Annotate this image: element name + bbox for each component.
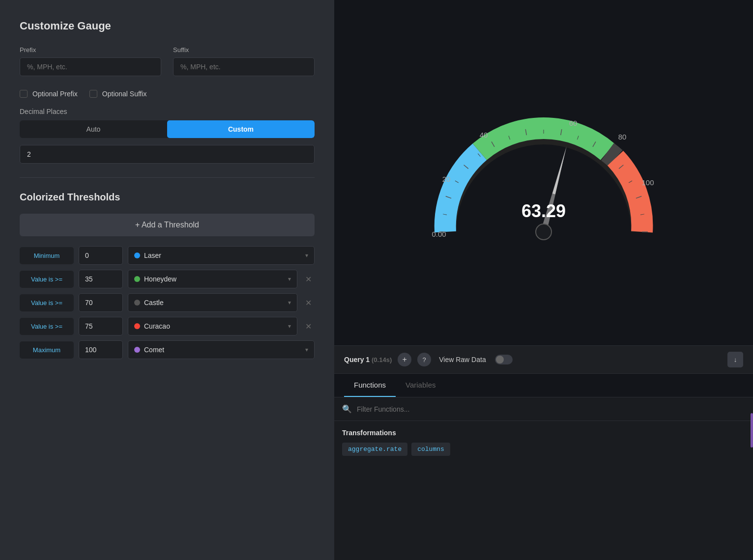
optional-suffix-checkbox[interactable] <box>89 90 97 98</box>
optional-prefix-checkbox[interactable] <box>20 90 28 98</box>
view-raw-toggle[interactable] <box>495 355 513 364</box>
suffix-group: Suffix <box>173 46 315 76</box>
suffix-input[interactable] <box>173 57 315 76</box>
threshold-row: Value is >= Honeydew ▾ ✕ <box>20 270 315 288</box>
svg-text:80: 80 <box>618 133 627 141</box>
threshold-row-label: Value is >= <box>20 271 74 288</box>
remove-threshold-button[interactable]: ✕ <box>302 319 315 334</box>
function-tag[interactable]: columns <box>411 443 450 456</box>
svg-text:40: 40 <box>480 131 488 139</box>
panel-title: Customize Gauge <box>20 20 315 32</box>
color-select[interactable]: Comet ▾ <box>128 340 315 359</box>
threshold-value-input[interactable] <box>79 270 123 288</box>
decimal-section: Decimal Places Auto Custom <box>20 108 315 164</box>
chevron-down-icon: ▾ <box>305 252 308 259</box>
color-dot <box>134 300 140 306</box>
functions-panel: Functions Variables 🔍 Transformations ag… <box>334 373 753 560</box>
gauge-container: 0.00 20 40 60 80 100 63.29 <box>416 94 671 252</box>
chevron-down-icon: ▾ <box>305 346 308 353</box>
threshold-row: Value is >= Castle ▾ ✕ <box>20 293 315 312</box>
threshold-value-input[interactable] <box>79 317 123 336</box>
remove-threshold-button[interactable]: ✕ <box>302 272 315 287</box>
right-panel: 0.00 20 40 60 80 100 63.29 Quer <box>334 0 753 560</box>
prefix-group: Prefix <box>20 46 161 76</box>
divider <box>20 177 315 178</box>
threshold-rows: Minimum Laser ▾ Value is >= Honeydew ▾ ✕… <box>20 246 315 359</box>
color-select[interactable]: Honeydew ▾ <box>128 270 297 288</box>
threshold-row: Minimum Laser ▾ <box>20 246 315 265</box>
add-query-button[interactable]: + <box>398 353 411 366</box>
optional-checkboxes-row: Optional Prefix Optional Suffix <box>20 86 315 98</box>
custom-toggle[interactable]: Custom <box>167 120 315 138</box>
color-dot <box>134 276 140 282</box>
optional-prefix-row: Optional Prefix <box>20 90 78 98</box>
query-label: Query 1 (0.14s) <box>344 356 392 364</box>
left-panel: Customize Gauge Prefix Suffix Optional P… <box>0 0 334 560</box>
threshold-row-label: Maximum <box>20 341 74 359</box>
prefix-suffix-row: Prefix Suffix <box>20 46 315 76</box>
color-dot <box>134 252 140 258</box>
color-name: Laser <box>144 252 161 259</box>
decimal-value-input[interactable] <box>20 145 315 164</box>
filter-functions-input[interactable] <box>357 405 745 413</box>
remove-threshold-button[interactable]: ✕ <box>302 295 315 310</box>
search-icon: 🔍 <box>342 404 352 414</box>
query-bar: Query 1 (0.14s) + ? View Raw Data ↓ <box>334 345 753 373</box>
tab-functions[interactable]: Functions <box>344 374 396 397</box>
query-time: (0.14s) <box>372 356 392 364</box>
color-select[interactable]: Laser ▾ <box>128 246 315 265</box>
color-name: Castle <box>144 299 164 307</box>
add-threshold-button[interactable]: + Add a Threshold <box>20 214 315 236</box>
color-name: Curacao <box>144 322 170 330</box>
help-icon-button[interactable]: ? <box>417 353 431 366</box>
threshold-row-label: Minimum <box>20 247 74 264</box>
color-dot <box>134 347 140 353</box>
view-raw-label: View Raw Data <box>439 356 486 364</box>
threshold-row: Maximum Comet ▾ <box>20 340 315 359</box>
color-dot <box>134 323 140 329</box>
transformations-title: Transformations <box>342 429 745 437</box>
threshold-row: Value is >= Curacao ▾ ✕ <box>20 317 315 336</box>
threshold-value-input[interactable] <box>79 340 123 359</box>
decimal-label: Decimal Places <box>20 108 315 115</box>
scrollbar-indicator[interactable] <box>751 413 753 448</box>
optional-suffix-row: Optional Suffix <box>89 90 147 98</box>
optional-prefix-label: Optional Prefix <box>32 90 78 98</box>
thresholds-section-title: Colorized Thresholds <box>20 192 315 203</box>
threshold-row-label: Value is >= <box>20 318 74 335</box>
chevron-down-icon: ▾ <box>288 299 291 306</box>
svg-text:20: 20 <box>442 175 451 183</box>
color-select[interactable]: Curacao ▾ <box>128 317 297 336</box>
prefix-input[interactable] <box>20 57 161 76</box>
function-tag[interactable]: aggregate.rate <box>342 443 407 456</box>
svg-text:60: 60 <box>569 119 578 127</box>
filter-input-wrap: 🔍 <box>334 397 753 421</box>
functions-tabs: Functions Variables <box>334 374 753 397</box>
svg-point-27 <box>536 224 551 240</box>
svg-text:100: 100 <box>641 178 654 187</box>
download-button[interactable]: ↓ <box>727 352 743 367</box>
color-name: Comet <box>144 346 164 354</box>
function-tags: aggregate.ratecolumns <box>342 443 745 460</box>
functions-list: Transformations aggregate.ratecolumns <box>334 421 753 560</box>
svg-text:63.29: 63.29 <box>521 201 566 221</box>
svg-text:0.00: 0.00 <box>432 230 446 238</box>
optional-suffix-label: Optional Suffix <box>102 90 147 98</box>
threshold-row-label: Value is >= <box>20 294 74 311</box>
prefix-label: Prefix <box>20 46 161 54</box>
color-select[interactable]: Castle ▾ <box>128 293 297 312</box>
svg-marker-26 <box>552 146 568 194</box>
decimal-toggle-group: Auto Custom <box>20 120 315 138</box>
auto-toggle[interactable]: Auto <box>20 120 167 138</box>
gauge-area: 0.00 20 40 60 80 100 63.29 <box>334 0 753 345</box>
threshold-value-input[interactable] <box>79 293 123 312</box>
tab-variables[interactable]: Variables <box>396 374 445 397</box>
chevron-down-icon: ▾ <box>288 323 291 330</box>
suffix-label: Suffix <box>173 46 315 54</box>
threshold-value-input[interactable] <box>79 246 123 265</box>
gauge-svg: 0.00 20 40 60 80 100 63.29 <box>416 94 671 252</box>
chevron-down-icon: ▾ <box>288 276 291 282</box>
color-name: Honeydew <box>144 275 176 283</box>
